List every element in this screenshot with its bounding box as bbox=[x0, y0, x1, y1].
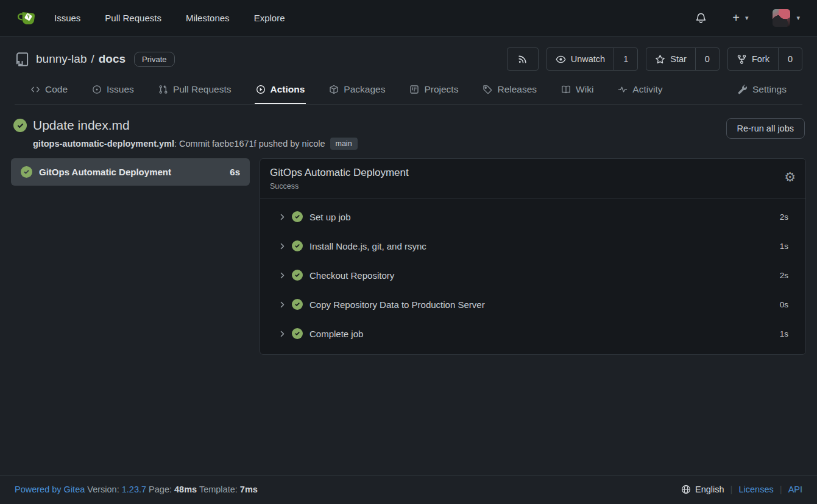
tools-icon bbox=[738, 85, 748, 94]
footer-divider: | bbox=[730, 484, 733, 494]
tab-releases[interactable]: Releases bbox=[481, 80, 538, 104]
gitea-logo-icon[interactable] bbox=[17, 8, 37, 28]
run-title: Update index.md bbox=[33, 118, 130, 133]
rss-icon bbox=[517, 48, 528, 70]
workflow-file-link[interactable]: gitops-automatic-deployment.yml bbox=[33, 139, 174, 149]
project-board-icon bbox=[409, 85, 419, 94]
star-button[interactable]: Star bbox=[646, 48, 695, 70]
language-selector[interactable]: English bbox=[681, 485, 724, 494]
chevron-right-icon bbox=[278, 213, 286, 221]
rerun-all-jobs-button[interactable]: Re-run all jobs bbox=[726, 118, 805, 139]
unwatch-button[interactable]: Unwatch bbox=[547, 48, 614, 70]
package-icon bbox=[329, 85, 339, 94]
licenses-link[interactable]: Licenses bbox=[738, 485, 773, 494]
git-pull-request-icon bbox=[158, 85, 168, 94]
notifications-bell-icon[interactable] bbox=[695, 12, 707, 24]
run-detail-main: GitOps Automatic Deployment 6s GitOps Au… bbox=[0, 158, 817, 475]
nav-links: Issues Pull Requests Milestones Explore bbox=[54, 13, 285, 23]
code-icon bbox=[30, 85, 40, 94]
branch-badge[interactable]: main bbox=[330, 138, 358, 150]
version-label: Version: bbox=[87, 485, 119, 494]
page-time-value: 48ms bbox=[174, 485, 197, 494]
step-success-icon bbox=[292, 299, 303, 310]
private-badge: Private bbox=[134, 52, 174, 67]
star-icon bbox=[655, 54, 665, 65]
chevron-right-icon bbox=[278, 301, 286, 309]
step-duration: 1s bbox=[780, 242, 788, 251]
job-status-text: Success bbox=[270, 182, 409, 191]
chevron-right-icon bbox=[278, 271, 286, 279]
repo-tabs: Code Issues Pull Requests Actions bbox=[15, 80, 802, 105]
step-name: Checkout Repository bbox=[309, 270, 394, 281]
forks-count[interactable]: 0 bbox=[778, 48, 802, 70]
star-button-group: Star 0 bbox=[646, 47, 720, 71]
book-icon bbox=[561, 85, 571, 94]
step-name: Set up job bbox=[309, 212, 351, 222]
tab-projects[interactable]: Projects bbox=[408, 80, 459, 104]
version-link[interactable]: 1.23.7 bbox=[122, 485, 146, 494]
job-detail-title: GitOps Automatic Deployment bbox=[270, 167, 409, 179]
issue-opened-icon bbox=[92, 85, 102, 94]
nav-link-issues[interactable]: Issues bbox=[54, 13, 80, 23]
stars-count[interactable]: 0 bbox=[695, 48, 719, 70]
watchers-count[interactable]: 1 bbox=[614, 48, 637, 70]
job-duration: 6s bbox=[230, 167, 240, 177]
user-menu-caret-icon[interactable]: ▾ bbox=[796, 14, 800, 22]
tab-pull-requests[interactable]: Pull Requests bbox=[157, 80, 233, 104]
step-success-icon bbox=[292, 240, 303, 251]
tab-issues[interactable]: Issues bbox=[91, 80, 135, 104]
template-time-value: 7ms bbox=[240, 485, 258, 494]
repo-action-buttons: Unwatch 1 Star 0 bbox=[507, 47, 802, 71]
job-detail-header: GitOps Automatic Deployment Success ⚙ bbox=[260, 159, 805, 198]
plus-icon: + bbox=[732, 11, 740, 25]
step-row-setup[interactable]: Set up job 2s bbox=[260, 202, 805, 231]
tab-wiki[interactable]: Wiki bbox=[560, 80, 595, 104]
step-duration: 0s bbox=[780, 300, 788, 309]
nav-link-milestones[interactable]: Milestones bbox=[186, 13, 230, 23]
nav-link-pull-requests[interactable]: Pull Requests bbox=[105, 13, 161, 23]
chevron-right-icon bbox=[278, 330, 286, 338]
step-row-install[interactable]: Install Node.js, git, and rsync 1s bbox=[260, 231, 805, 261]
repo-icon bbox=[15, 52, 30, 67]
run-commit-line: gitops-automatic-deployment.yml: Commit … bbox=[33, 138, 358, 150]
api-link[interactable]: API bbox=[788, 485, 802, 494]
git-fork-icon bbox=[737, 54, 747, 65]
step-name: Install Node.js, git, and rsync bbox=[309, 241, 426, 251]
tab-activity[interactable]: Activity bbox=[617, 80, 663, 104]
nav-link-explore[interactable]: Explore bbox=[254, 13, 285, 23]
tab-packages[interactable]: Packages bbox=[328, 80, 386, 104]
repo-name-link[interactable]: docs bbox=[99, 52, 126, 66]
step-name: Copy Repository Data to Production Serve… bbox=[309, 299, 485, 310]
job-list-item[interactable]: GitOps Automatic Deployment 6s bbox=[11, 158, 250, 186]
rss-feed-button[interactable] bbox=[507, 47, 539, 71]
tab-actions[interactable]: Actions bbox=[255, 80, 306, 104]
watch-button-group: Unwatch 1 bbox=[546, 47, 638, 71]
repo-owner-link[interactable]: bunny-lab bbox=[36, 52, 87, 66]
step-duration: 1s bbox=[780, 329, 788, 338]
gear-icon[interactable]: ⚙ bbox=[784, 167, 796, 183]
step-success-icon bbox=[292, 211, 303, 222]
job-success-icon bbox=[21, 166, 32, 178]
powered-by-gitea-link[interactable]: Powered by Gitea bbox=[15, 485, 85, 494]
caret-down-icon: ▾ bbox=[745, 14, 749, 22]
repo-breadcrumb: bunny-lab / docs bbox=[36, 52, 126, 66]
run-header: Update index.md gitops-automatic-deploym… bbox=[0, 105, 817, 158]
fork-button[interactable]: Fork bbox=[728, 48, 778, 70]
page-time-label: Page: bbox=[149, 485, 172, 494]
eye-icon bbox=[556, 54, 566, 65]
fork-button-group: Fork 0 bbox=[727, 47, 802, 71]
step-duration: 2s bbox=[780, 271, 788, 280]
template-time-label: Template: bbox=[199, 485, 238, 494]
chevron-right-icon bbox=[278, 242, 286, 250]
page-footer: Powered by Gitea Version: 1.23.7 Page: 4… bbox=[0, 475, 817, 504]
step-row-checkout[interactable]: Checkout Repository 2s bbox=[260, 261, 805, 290]
top-navbar: Issues Pull Requests Milestones Explore … bbox=[0, 0, 817, 37]
repo-header: bunny-lab / docs Private bbox=[0, 37, 817, 105]
step-row-copy[interactable]: Copy Repository Data to Production Serve… bbox=[260, 290, 805, 319]
tab-settings[interactable]: Settings bbox=[737, 80, 788, 104]
tab-code[interactable]: Code bbox=[29, 80, 69, 104]
user-avatar[interactable] bbox=[773, 9, 790, 27]
create-new-button[interactable]: + ▾ bbox=[732, 11, 748, 25]
step-row-complete[interactable]: Complete job 1s bbox=[260, 319, 805, 348]
globe-icon bbox=[681, 485, 691, 494]
